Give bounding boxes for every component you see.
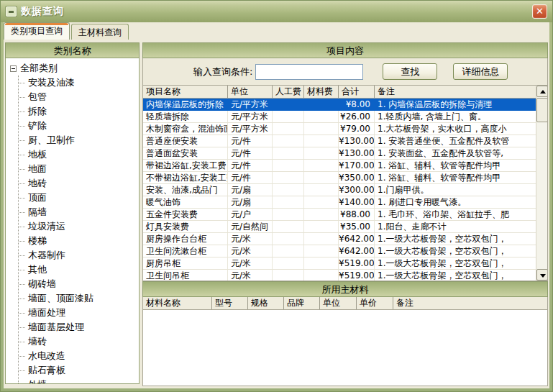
- cell-material: [303, 209, 338, 220]
- tab-0[interactable]: 类别项目查询: [4, 22, 70, 40]
- table-row[interactable]: 轻质墙拆除元/平方米¥26.001.轻质内墙, 含墙上门、窗。: [143, 111, 536, 123]
- window-body: 类别项目查询主材料查询 类别名称 全部类别 安装及油漆包管拆除铲除厨、卫制作地板…: [4, 22, 549, 388]
- scrollbar-thumb[interactable]: [536, 98, 548, 122]
- tree-item[interactable]: 垃圾清运: [19, 219, 137, 234]
- search-input[interactable]: [255, 64, 363, 80]
- tree-item-label: 水电改造: [28, 350, 65, 363]
- cell-unit: 元/件: [227, 160, 272, 171]
- cell-unit: 元/扇: [227, 196, 272, 208]
- cell-total: ¥350.00: [338, 172, 374, 183]
- cell-labor: [272, 135, 303, 147]
- cell-remark: 1.门扇甲供。: [374, 184, 536, 196]
- table-row[interactable]: 厨房操作台台柜元/米¥642.001.一级大芯板骨架，空芯双包门，: [143, 233, 536, 245]
- tree-item-label: 顶面: [28, 191, 47, 204]
- cell-material: [303, 147, 338, 159]
- find-button[interactable]: 查找: [383, 63, 437, 80]
- tree-item[interactable]: 墙砖: [19, 334, 137, 349]
- project-table-scrollbar[interactable]: [536, 86, 547, 281]
- cell-material: [303, 257, 338, 269]
- collapse-icon[interactable]: [10, 65, 17, 72]
- cell-name: 厨房吊柜: [143, 257, 227, 269]
- cell-material: [303, 221, 338, 232]
- tree-item[interactable]: 水电改造: [19, 349, 137, 363]
- cell-name: 带裙边浴缸,安装工费: [143, 160, 227, 171]
- materials-column-header[interactable]: 备注: [393, 297, 547, 309]
- tab-1[interactable]: 主材料查询: [71, 24, 129, 40]
- materials-column-header[interactable]: 材料名称: [143, 297, 211, 309]
- cell-total: ¥642.00: [338, 233, 374, 245]
- cell-labor: [272, 111, 303, 122]
- table-row[interactable]: 暖气油饰元/扇¥140.001. 刷进口专用暖气漆。: [143, 196, 536, 209]
- tree-item-label: 地板: [28, 148, 47, 161]
- scroll-down-button[interactable]: [536, 269, 548, 281]
- table-row[interactable]: 卫生间吊柜元/米¥519.001.一级大芯板骨架，空芯双包门，: [143, 270, 536, 281]
- table-row[interactable]: 灯具安装费元/自然间¥35.001.阳台、走廊不计: [143, 221, 536, 233]
- tree-item[interactable]: 铲除: [19, 119, 137, 133]
- column-header[interactable]: 备注: [374, 86, 547, 98]
- table-row[interactable]: 内墙保温层板的拆除元/平方米¥8.001. 内墙保温层板的拆除与清理: [143, 99, 536, 111]
- tabstrip: 类别项目查询主材料查询: [4, 22, 549, 40]
- cell-material: [303, 99, 338, 110]
- cell-material: [303, 172, 338, 183]
- tree-item[interactable]: 地面: [19, 162, 137, 176]
- content-panel-header: 项目内容: [142, 42, 548, 58]
- tree-item[interactable]: 砌砖墙: [19, 277, 137, 291]
- table-row[interactable]: 卫生间洗漱台柜元/米¥642.001.一级大芯板骨架，空芯双包门，: [143, 245, 536, 257]
- cell-labor: [272, 99, 303, 110]
- scroll-down-icon: [540, 274, 546, 278]
- tree-item[interactable]: 厨、卫制作: [19, 133, 137, 147]
- materials-column-header[interactable]: 规格: [247, 297, 283, 309]
- cell-total: ¥519.00: [338, 270, 374, 281]
- cell-name: 卫生间洗漱台柜: [143, 245, 227, 257]
- tree-item-label: 墙面、顶面漆贴: [28, 292, 93, 305]
- close-button[interactable]: ✕: [532, 4, 547, 19]
- materials-column-header[interactable]: 单价: [356, 297, 393, 309]
- tree-item[interactable]: 包管: [19, 90, 137, 104]
- tree-item[interactable]: 顶面: [19, 191, 137, 205]
- tree-item[interactable]: 地砖: [19, 176, 137, 191]
- tree-item[interactable]: 墙面、顶面漆贴: [19, 291, 137, 306]
- table-row[interactable]: 普通座便安装元/件¥130.001. 安装普通坐便、五金配件及软管: [143, 135, 536, 147]
- cell-labor: [272, 147, 303, 159]
- tree-item[interactable]: 地板: [19, 147, 137, 162]
- table-row[interactable]: 木制窗帘盒，混油饰面元/平方米¥79.001.大芯板骨架，实木收口，高度小: [143, 123, 536, 135]
- tree-root-all-categories[interactable]: 全部类别: [9, 61, 137, 76]
- cell-remark: 1.一级大芯板骨架，空芯双包门，: [374, 257, 536, 269]
- tree-item[interactable]: 楼梯: [19, 234, 137, 248]
- window: 数据查询 ✕ 类别项目查询主材料查询 类别名称 全部类别 安装及油漆包管拆除铲除…: [0, 0, 553, 392]
- tree-item[interactable]: 墙面处理: [19, 306, 137, 320]
- table-row[interactable]: 五金件安装费元/户¥88.001. 毛巾环、浴巾架、浴缸拉手、肥: [143, 209, 536, 221]
- column-header[interactable]: 材料费: [303, 86, 338, 98]
- detail-info-button[interactable]: 详细信息: [453, 63, 508, 80]
- table-row[interactable]: 带裙边浴缸,安装工费元/件¥170.001. 浴缸、辅料、软管等配件均甲: [143, 160, 536, 172]
- column-header[interactable]: 合计: [338, 86, 374, 98]
- tree-item[interactable]: 外墙: [19, 378, 137, 384]
- category-panel-header: 类别名称: [5, 42, 140, 58]
- cell-name: 不带裙边浴缸,安装工费: [143, 172, 227, 183]
- table-row[interactable]: 普通面盆安装元/件¥130.001. 安装面盆、五金配件及软管等,: [143, 147, 536, 160]
- content-panel: 项目内容 输入查询条件: 查找 详细信息 项目名称单位人工费材料费合计备注 内墙…: [142, 42, 548, 384]
- cell-total: ¥88.00: [338, 209, 374, 220]
- tree-item-label: 隔墙: [28, 206, 47, 219]
- cell-labor: [272, 123, 303, 135]
- scroll-up-button[interactable]: [536, 86, 548, 97]
- cell-material: [303, 135, 338, 147]
- tree-item[interactable]: 贴石膏板: [19, 363, 137, 378]
- tree-item[interactable]: 隔墙: [19, 205, 137, 219]
- table-row[interactable]: 安装、油漆,成品门元/扇¥300.001.门扇甲供。: [143, 184, 536, 196]
- column-header[interactable]: 项目名称: [143, 86, 227, 98]
- materials-column-header[interactable]: 单位: [319, 297, 356, 309]
- column-header[interactable]: 人工费: [272, 86, 303, 98]
- cell-name: 木制窗帘盒，混油饰面: [143, 123, 227, 135]
- tree-item[interactable]: 其他: [19, 263, 137, 277]
- cell-remark: 1. 浴缸、辅料、软管等配件均甲: [374, 160, 536, 171]
- tree-item[interactable]: 安装及油漆: [19, 76, 137, 90]
- tree-item[interactable]: 拆除: [19, 104, 137, 119]
- materials-column-header[interactable]: 型号: [211, 297, 247, 309]
- table-row[interactable]: 不带裙边浴缸,安装工费元/件¥350.001. 浴缸、辅料、软管等配件均甲: [143, 172, 536, 184]
- materials-column-header[interactable]: 品牌: [283, 297, 319, 309]
- column-header[interactable]: 单位: [227, 86, 272, 98]
- tree-item[interactable]: 木器制作: [19, 248, 137, 263]
- table-row[interactable]: 厨房吊柜元/米¥519.001.一级大芯板骨架，空芯双包门，: [143, 257, 536, 270]
- tree-item[interactable]: 墙面基层处理: [19, 320, 137, 334]
